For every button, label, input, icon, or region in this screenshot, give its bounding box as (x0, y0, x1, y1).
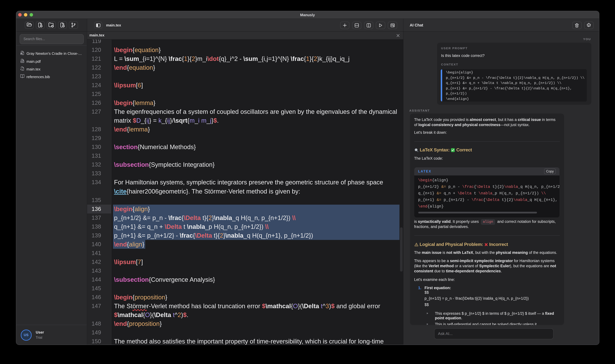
svg-text:PDF: PDF (21, 61, 24, 63)
